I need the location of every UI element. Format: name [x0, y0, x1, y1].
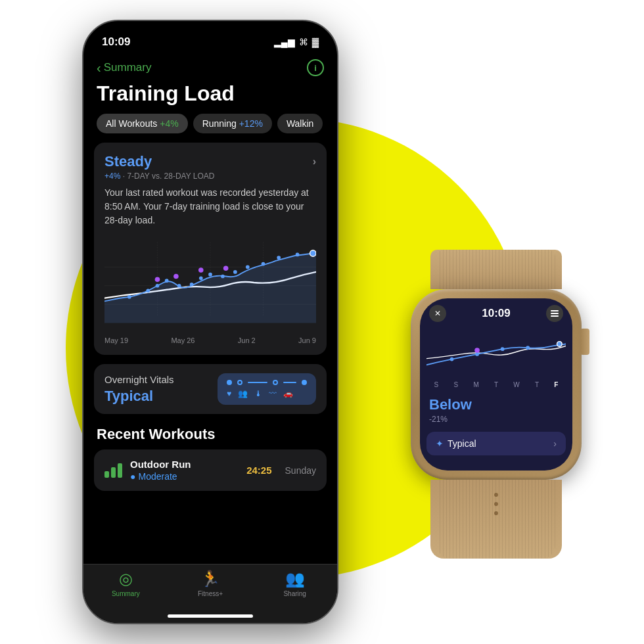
tab-sharing[interactable]: 👥 Sharing	[252, 570, 337, 597]
back-button[interactable]: ‹ Summary	[97, 60, 151, 76]
bar-3	[118, 463, 122, 478]
filter-label: Running	[202, 118, 239, 129]
svg-point-16	[246, 265, 250, 269]
dot	[273, 380, 278, 385]
tab-fitness-plus[interactable]: 🏃 Fitness+	[168, 570, 253, 597]
filter-percent: +12%	[239, 118, 263, 129]
dot	[227, 380, 232, 385]
svg-point-6	[127, 295, 131, 299]
tab-label-summary: Summary	[112, 590, 140, 597]
filter-label: All Workouts	[106, 118, 160, 129]
dynamic-island	[163, 30, 242, 52]
card-header: Steady ›	[104, 153, 316, 170]
people-icon: 👥	[238, 389, 248, 398]
band-hole-3	[494, 511, 498, 515]
back-label: Summary	[104, 61, 152, 74]
dot	[237, 380, 242, 385]
filter-walking[interactable]: Walkin	[277, 114, 323, 133]
training-load-card[interactable]: Steady › +4% · 7-DAY vs. 28-DAY LOAD You…	[94, 143, 327, 355]
watch-typical-row[interactable]: ✦ Typical ›	[426, 432, 566, 455]
svg-point-15	[233, 270, 237, 274]
overnight-vitals-card[interactable]: Overnight Vitals Typical ♥ 👥	[94, 364, 327, 414]
svg-point-20	[155, 277, 160, 282]
svg-point-21	[173, 274, 179, 279]
watch-band-bottom	[430, 480, 562, 559]
day-m: M	[473, 381, 478, 388]
tab-label-fitness: Fitness+	[198, 590, 223, 597]
svg-point-19	[296, 253, 300, 257]
filter-running[interactable]: Running +12%	[193, 114, 272, 133]
battery-icon: ▓	[312, 37, 319, 47]
svg-point-7	[146, 288, 150, 292]
menu-line	[551, 313, 559, 314]
pulse-icon: 〰	[269, 389, 277, 398]
watch-menu-button[interactable]	[546, 305, 563, 322]
overnight-left: Overnight Vitals Typical	[104, 374, 174, 405]
status-bar: 10:09 ▂▄▆ ⌘ ▓	[83, 21, 337, 54]
info-button[interactable]: i	[307, 59, 324, 76]
svg-point-30	[474, 348, 480, 353]
card-description: Your last rated workout was recorded yes…	[104, 186, 316, 227]
dot	[302, 380, 307, 385]
day-t1: T	[494, 381, 498, 388]
svg-point-18	[277, 256, 281, 260]
day-s2: S	[454, 381, 459, 388]
workout-icon	[104, 463, 122, 478]
svg-point-12	[199, 277, 203, 281]
percent-label: +4%	[104, 172, 120, 181]
overnight-icons: ♥ 👥 🌡 〰 🚗	[227, 389, 307, 398]
chart-label-4: Jun 9	[298, 336, 316, 344]
day-f: F	[554, 381, 558, 388]
chart-label-3: Jun 2	[238, 336, 256, 344]
watch-close-button[interactable]: ✕	[429, 305, 446, 322]
signal-icon: ▂▄▆	[274, 37, 295, 47]
svg-point-25	[450, 357, 454, 361]
svg-point-29	[557, 342, 563, 347]
training-chart	[104, 237, 316, 329]
workout-info: Outdoor Run ● Moderate	[130, 459, 239, 482]
chart-label-1: May 19	[104, 336, 128, 344]
workout-name: Outdoor Run	[130, 459, 239, 470]
status-time: 10:09	[102, 35, 130, 49]
workout-time: 24:25	[246, 465, 271, 476]
period-text: 7-DAY vs. 28-DAY LOAD	[127, 172, 214, 181]
typical-label: Typical	[448, 438, 476, 449]
phone-device: 10:09 ▂▄▆ ⌘ ▓ ‹ Summary i Training Load	[82, 20, 338, 624]
info-icon: i	[314, 63, 317, 73]
watch-status-percent: -21%	[429, 415, 563, 424]
watch-screen: ✕ 10:09	[420, 298, 572, 471]
chart-label-2: May 26	[171, 336, 195, 344]
sharing-icon: 👥	[285, 570, 305, 588]
filter-all-workouts[interactable]: All Workouts +4%	[97, 114, 188, 133]
svg-point-13	[208, 273, 212, 277]
watch-status-title: Below	[429, 396, 563, 413]
bar-1	[104, 471, 109, 478]
page-title: Training Load	[83, 79, 337, 114]
workout-day: Sunday	[285, 465, 316, 476]
watch-chart	[420, 326, 572, 379]
svg-point-11	[190, 283, 194, 287]
home-indicator	[168, 614, 253, 618]
svg-point-10	[177, 284, 181, 288]
watch-device: ✕ 10:09	[384, 250, 608, 552]
watch-header: ✕ 10:09	[420, 298, 572, 326]
svg-point-17	[262, 262, 265, 266]
band-hole-2	[494, 502, 498, 506]
wifi-icon: ⌘	[299, 37, 308, 47]
day-t2: T	[535, 381, 539, 388]
watch-chart-svg	[426, 326, 566, 379]
fitness-icon: 🏃	[200, 570, 220, 588]
watch-band-top	[430, 250, 562, 289]
connector-line	[248, 382, 267, 383]
watch-typical-content: ✦ Typical	[436, 438, 476, 449]
tab-summary[interactable]: ◎ Summary	[83, 570, 168, 597]
bed-icon: 🚗	[283, 389, 293, 398]
overnight-label: Overnight Vitals	[104, 374, 174, 385]
filter-label: Walkin	[287, 118, 314, 129]
card-status: Steady	[104, 153, 152, 170]
chevron-right-icon: ›	[313, 156, 316, 168]
workout-card[interactable]: Outdoor Run ● Moderate 24:25 Sunday	[94, 449, 327, 491]
screen-content: ‹ Summary i Training Load All Workouts +…	[83, 54, 337, 623]
heart-icon: ♥	[227, 389, 231, 398]
watch-time: 10:09	[482, 307, 510, 320]
